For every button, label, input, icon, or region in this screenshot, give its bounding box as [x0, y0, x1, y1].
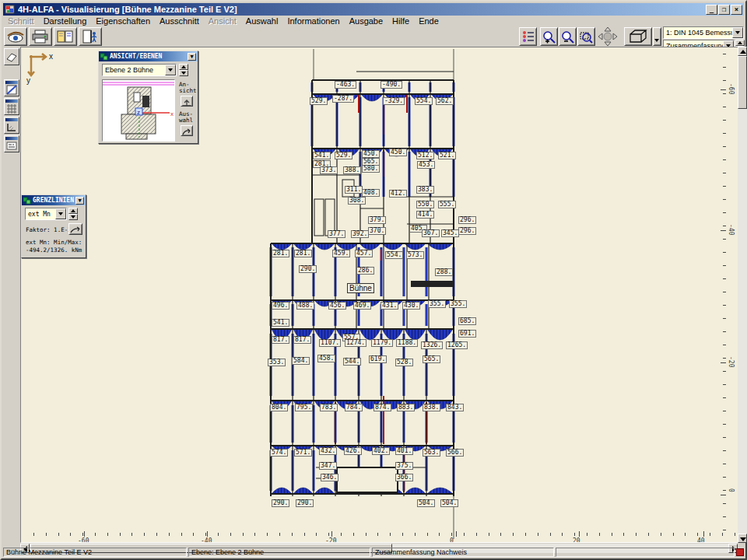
ruler-major-tick	[703, 531, 704, 537]
print-button[interactable]	[29, 27, 52, 46]
maximize-button[interactable]: ❐	[718, 5, 730, 15]
arrow-up-icon	[740, 50, 746, 54]
ruler-tick	[723, 173, 726, 173]
ruler-major-tick	[207, 531, 208, 537]
mini-titlebar	[5, 137, 18, 140]
moment-label: 838.	[423, 404, 440, 411]
moment-label: 685.	[458, 317, 476, 325]
exit-button[interactable]	[79, 27, 102, 46]
moment-label: 817.	[272, 336, 289, 344]
ruler-label: -20	[325, 537, 336, 543]
component-value: ext Mn	[28, 211, 51, 218]
ansicht-apply-button[interactable]	[181, 96, 193, 107]
view-3d-button[interactable]	[624, 27, 652, 46]
ruler-tick	[254, 533, 255, 536]
minimized-palette-mesh[interactable]	[4, 98, 19, 115]
pan-button[interactable]	[596, 27, 619, 46]
ruler-tick	[353, 533, 354, 536]
moment-label: 550.	[416, 201, 434, 208]
ruler-tick	[193, 533, 194, 536]
zoom-out-button[interactable]	[559, 27, 577, 46]
title-bar[interactable]: 4H-ALFA - Visualisierung [Bühne Mezzanin…	[3, 3, 744, 16]
moment-label: 450.	[362, 150, 380, 158]
ruler-tick	[723, 159, 726, 160]
ruler-tick	[328, 533, 329, 536]
spin-down-icon[interactable]	[68, 214, 78, 220]
spin-up-icon[interactable]	[68, 208, 78, 214]
moment-label: 458.	[317, 355, 335, 362]
zoom-in-button[interactable]	[540, 27, 558, 46]
ruler-major-tick	[721, 362, 726, 363]
plan-preview-drawing: z x	[103, 80, 174, 141]
mesh-icon	[5, 103, 19, 114]
ebene-select[interactable]: Ebene 2 Bühne	[102, 64, 177, 76]
scroll-down-button[interactable]	[738, 534, 747, 543]
view-settings-button[interactable]	[4, 27, 27, 46]
menu-hilfe[interactable]: Hilfe	[388, 16, 414, 26]
ruler-label: -40	[201, 537, 212, 543]
scroll-up-button[interactable]	[738, 47, 747, 56]
view-3d-dropdown[interactable]	[653, 27, 661, 46]
combo-arrow-icon[interactable]	[732, 27, 743, 38]
minimized-palette-axes[interactable]	[4, 117, 19, 134]
menu-ausschnitt[interactable]: Ausschnitt	[155, 16, 204, 26]
menu-darstellung[interactable]: Darstellung	[39, 16, 92, 26]
ruler-tick	[723, 107, 726, 107]
moment-label: 1188.	[396, 339, 418, 347]
moment-label: 370.	[368, 227, 386, 235]
moment-label: 563.	[423, 449, 440, 457]
palette-icon	[100, 53, 108, 61]
ruler-tick	[46, 533, 47, 536]
moment-label: 456.	[328, 302, 346, 310]
ruler-tick	[723, 490, 726, 491]
moment-label: 430.	[402, 302, 420, 310]
combo-arrow-icon[interactable]	[165, 65, 176, 75]
menu-auswahl[interactable]: Auswahl	[241, 16, 283, 26]
catalog-button[interactable]	[54, 27, 77, 46]
apply-view-icon	[181, 98, 192, 107]
close-button[interactable]: ×	[731, 5, 742, 15]
ruler-tick	[33, 533, 34, 536]
chevron-down-icon	[654, 39, 659, 44]
minimized-palette-hatch[interactable]	[4, 79, 19, 96]
moment-label: 1265.	[446, 341, 468, 349]
component-spinner[interactable]	[68, 208, 78, 220]
panel-grenzlinien: GRENZLINIEN ▼ ext Mn Faktor: 1.E-3 ext M…	[21, 194, 86, 258]
ruler-tick	[279, 533, 280, 536]
moment-label: 355.	[428, 300, 446, 308]
spin-up-icon[interactable]	[179, 64, 188, 70]
zoom-window-button[interactable]	[577, 27, 595, 46]
ruler-major-tick	[721, 495, 726, 495]
moment-label: 290.	[296, 499, 314, 507]
moment-label: 554.	[415, 97, 433, 105]
minimize-button[interactable]: _	[706, 5, 717, 15]
minimized-palette-values[interactable]	[4, 135, 19, 152]
moment-label: 574.	[270, 449, 288, 457]
menu-ausgabe[interactable]: Ausgabe	[345, 16, 388, 26]
result-component-select[interactable]: ext Mn	[25, 208, 67, 220]
tree-options-button[interactable]	[519, 27, 537, 46]
panel-title-bar[interactable]: ANSICHT/EBENEN ▼	[99, 51, 198, 61]
spin-down-icon[interactable]	[179, 70, 188, 76]
menu-informationen[interactable]: Informationen	[282, 16, 344, 26]
scroll-thumb[interactable]	[738, 56, 747, 109]
faktor-edit-button[interactable]	[68, 223, 82, 235]
ruler-tick	[439, 533, 440, 536]
moment-label: 296.	[458, 227, 476, 235]
menu-eigenschaften[interactable]: Eigenschaften	[91, 16, 155, 26]
ebene-spinner[interactable]	[179, 64, 188, 76]
design-code-select[interactable]: 1: DIN 1045 Bemessung	[663, 26, 744, 39]
moment-label: 450.	[389, 149, 407, 156]
auswahl-pick-button[interactable]	[181, 125, 193, 136]
combo-arrow-icon[interactable]	[55, 208, 66, 219]
spin-up-icon[interactable]	[735, 40, 745, 46]
plan-preview[interactable]: z x	[102, 79, 175, 142]
ruler-tick	[623, 533, 624, 536]
pick-arrow-icon	[69, 225, 82, 235]
panel-collapse-button[interactable]: ▼	[75, 197, 84, 205]
panel-title-bar[interactable]: GRENZLINIEN ▼	[22, 195, 86, 205]
plane-view-button[interactable]	[4, 48, 19, 65]
scroll-track[interactable]	[738, 47, 747, 543]
menu-ende[interactable]: Ende	[414, 16, 444, 26]
panel-collapse-button[interactable]: ▼	[188, 53, 196, 61]
